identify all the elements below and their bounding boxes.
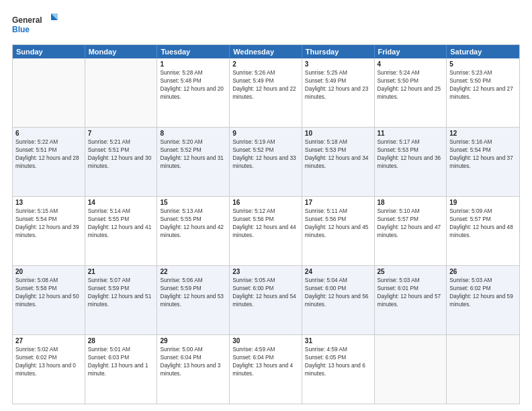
day-number: 1 <box>160 60 226 68</box>
svg-text:Blue: Blue <box>12 25 30 34</box>
svg-text:General: General <box>12 15 42 25</box>
day-info: Sunrise: 5:18 AM Sunset: 5:53 PM Dayligh… <box>305 138 371 170</box>
calendar-body: 1Sunrise: 5:28 AM Sunset: 5:48 PM Daylig… <box>13 58 519 404</box>
calendar-day: 24Sunrise: 5:04 AM Sunset: 6:00 PM Dayli… <box>302 266 375 334</box>
weekday-header: Thursday <box>302 45 375 58</box>
day-number: 22 <box>160 268 226 275</box>
day-number: 7 <box>88 130 154 137</box>
calendar: SundayMondayTuesdayWednesdayThursdayFrid… <box>12 44 520 404</box>
day-number: 8 <box>160 130 226 137</box>
weekday-header: Friday <box>375 45 447 58</box>
day-info: Sunrise: 5:20 AM Sunset: 5:52 PM Dayligh… <box>160 138 226 170</box>
day-number: 26 <box>449 268 517 275</box>
day-number: 19 <box>449 199 517 206</box>
day-number: 21 <box>88 268 154 275</box>
day-info: Sunrise: 4:59 AM Sunset: 6:05 PM Dayligh… <box>305 345 371 377</box>
day-number: 13 <box>15 199 82 206</box>
calendar-day: 15Sunrise: 5:13 AM Sunset: 5:55 PM Dayli… <box>157 197 230 265</box>
calendar-day: 3Sunrise: 5:25 AM Sunset: 5:49 PM Daylig… <box>302 58 375 127</box>
day-info: Sunrise: 5:14 AM Sunset: 5:55 PM Dayligh… <box>88 207 154 239</box>
day-number: 25 <box>378 268 444 275</box>
calendar-header: SundayMondayTuesdayWednesdayThursdayFrid… <box>13 45 519 58</box>
calendar-day: 25Sunrise: 5:03 AM Sunset: 6:01 PM Dayli… <box>375 266 447 334</box>
day-number: 6 <box>15 130 82 137</box>
calendar-day: 27Sunrise: 5:02 AM Sunset: 6:02 PM Dayli… <box>13 335 85 404</box>
day-info: Sunrise: 5:28 AM Sunset: 5:48 PM Dayligh… <box>160 68 226 101</box>
day-info: Sunrise: 5:22 AM Sunset: 5:51 PM Dayligh… <box>15 138 82 170</box>
day-number: 16 <box>232 199 299 206</box>
day-number: 10 <box>305 130 371 137</box>
day-info: Sunrise: 5:26 AM Sunset: 5:49 PM Dayligh… <box>232 68 299 101</box>
day-info: Sunrise: 5:03 AM Sunset: 6:02 PM Dayligh… <box>449 276 517 308</box>
calendar-day: 5Sunrise: 5:23 AM Sunset: 5:50 PM Daylig… <box>447 58 519 127</box>
calendar-day: 13Sunrise: 5:15 AM Sunset: 5:54 PM Dayli… <box>13 197 85 265</box>
day-number: 14 <box>88 199 154 206</box>
day-info: Sunrise: 5:08 AM Sunset: 5:58 PM Dayligh… <box>15 276 82 308</box>
calendar-day: 29Sunrise: 5:00 AM Sunset: 6:04 PM Dayli… <box>157 335 230 404</box>
day-info: Sunrise: 5:07 AM Sunset: 5:59 PM Dayligh… <box>88 276 154 308</box>
day-info: Sunrise: 5:04 AM Sunset: 6:00 PM Dayligh… <box>305 276 371 308</box>
calendar-day: 20Sunrise: 5:08 AM Sunset: 5:58 PM Dayli… <box>13 266 85 334</box>
calendar-day: 1Sunrise: 5:28 AM Sunset: 5:48 PM Daylig… <box>157 58 230 127</box>
day-number: 24 <box>305 268 371 275</box>
day-number: 9 <box>232 130 299 137</box>
day-info: Sunrise: 5:23 AM Sunset: 5:50 PM Dayligh… <box>449 68 517 101</box>
day-number: 18 <box>378 199 444 206</box>
day-info: Sunrise: 5:02 AM Sunset: 6:02 PM Dayligh… <box>15 345 82 377</box>
calendar-row: 27Sunrise: 5:02 AM Sunset: 6:02 PM Dayli… <box>13 334 519 404</box>
day-info: Sunrise: 5:25 AM Sunset: 5:49 PM Dayligh… <box>305 68 371 101</box>
logo: General Blue <box>12 12 59 38</box>
calendar-day: 23Sunrise: 5:05 AM Sunset: 6:00 PM Dayli… <box>230 266 302 334</box>
calendar-day: 19Sunrise: 5:09 AM Sunset: 5:57 PM Dayli… <box>447 197 519 265</box>
day-info: Sunrise: 5:17 AM Sunset: 5:53 PM Dayligh… <box>378 138 444 170</box>
day-info: Sunrise: 5:11 AM Sunset: 5:56 PM Dayligh… <box>305 207 371 239</box>
weekday-header: Monday <box>85 45 158 58</box>
calendar-day: 2Sunrise: 5:26 AM Sunset: 5:49 PM Daylig… <box>230 58 302 127</box>
day-number: 28 <box>88 337 154 345</box>
day-info: Sunrise: 5:10 AM Sunset: 5:57 PM Dayligh… <box>378 207 444 239</box>
calendar-day: 21Sunrise: 5:07 AM Sunset: 5:59 PM Dayli… <box>85 266 158 334</box>
day-number: 27 <box>15 337 82 345</box>
calendar-day: 17Sunrise: 5:11 AM Sunset: 5:56 PM Dayli… <box>302 197 375 265</box>
day-info: Sunrise: 5:06 AM Sunset: 5:59 PM Dayligh… <box>160 276 226 308</box>
day-number: 11 <box>378 130 444 137</box>
calendar-day: 9Sunrise: 5:19 AM Sunset: 5:52 PM Daylig… <box>230 128 302 196</box>
day-info: Sunrise: 5:15 AM Sunset: 5:54 PM Dayligh… <box>15 207 82 239</box>
day-number: 30 <box>232 337 299 345</box>
calendar-day: 26Sunrise: 5:03 AM Sunset: 6:02 PM Dayli… <box>447 266 519 334</box>
calendar-day: 6Sunrise: 5:22 AM Sunset: 5:51 PM Daylig… <box>13 128 85 196</box>
day-info: Sunrise: 5:00 AM Sunset: 6:04 PM Dayligh… <box>160 345 226 377</box>
calendar-row: 6Sunrise: 5:22 AM Sunset: 5:51 PM Daylig… <box>13 127 519 196</box>
day-info: Sunrise: 5:12 AM Sunset: 5:56 PM Dayligh… <box>232 207 299 239</box>
page: General Blue SundayMondayTuesdayWednesda… <box>0 0 532 411</box>
day-info: Sunrise: 5:09 AM Sunset: 5:57 PM Dayligh… <box>449 207 517 239</box>
day-number: 29 <box>160 337 226 345</box>
calendar-day: 8Sunrise: 5:20 AM Sunset: 5:52 PM Daylig… <box>157 128 230 196</box>
calendar-empty <box>13 58 85 127</box>
calendar-day: 30Sunrise: 4:59 AM Sunset: 6:04 PM Dayli… <box>230 335 302 404</box>
day-info: Sunrise: 5:05 AM Sunset: 6:00 PM Dayligh… <box>232 276 299 308</box>
calendar-day: 22Sunrise: 5:06 AM Sunset: 5:59 PM Dayli… <box>157 266 230 334</box>
calendar-day: 16Sunrise: 5:12 AM Sunset: 5:56 PM Dayli… <box>230 197 302 265</box>
day-info: Sunrise: 5:03 AM Sunset: 6:01 PM Dayligh… <box>378 276 444 308</box>
calendar-row: 1Sunrise: 5:28 AM Sunset: 5:48 PM Daylig… <box>13 58 519 127</box>
calendar-day: 11Sunrise: 5:17 AM Sunset: 5:53 PM Dayli… <box>375 128 447 196</box>
day-number: 31 <box>305 337 371 345</box>
weekday-header: Sunday <box>13 45 85 58</box>
header: General Blue <box>12 12 520 38</box>
calendar-day: 28Sunrise: 5:01 AM Sunset: 6:03 PM Dayli… <box>85 335 158 404</box>
weekday-header: Tuesday <box>157 45 230 58</box>
calendar-empty <box>447 335 519 404</box>
calendar-day: 4Sunrise: 5:24 AM Sunset: 5:50 PM Daylig… <box>375 58 447 127</box>
calendar-empty <box>85 58 158 127</box>
logo-svg: General Blue <box>12 12 59 38</box>
calendar-day: 7Sunrise: 5:21 AM Sunset: 5:51 PM Daylig… <box>85 128 158 196</box>
day-info: Sunrise: 5:19 AM Sunset: 5:52 PM Dayligh… <box>232 138 299 170</box>
day-number: 4 <box>378 60 444 68</box>
day-info: Sunrise: 5:01 AM Sunset: 6:03 PM Dayligh… <box>88 345 154 377</box>
calendar-empty <box>375 335 447 404</box>
calendar-day: 10Sunrise: 5:18 AM Sunset: 5:53 PM Dayli… <box>302 128 375 196</box>
calendar-day: 18Sunrise: 5:10 AM Sunset: 5:57 PM Dayli… <box>375 197 447 265</box>
day-number: 3 <box>305 60 371 68</box>
day-number: 20 <box>15 268 82 275</box>
